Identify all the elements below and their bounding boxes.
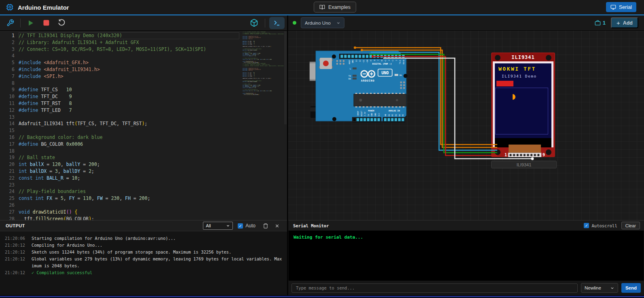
top-bar: Arduino Emulator Examples Serial xyxy=(0,0,644,15)
code-line[interactable]: tft.fillScreen(BG_COLOR); xyxy=(243,94,284,95)
code-line[interactable]: // TFT ILI9341 Display Demo (240x320) xyxy=(19,32,239,39)
code-line[interactable]: // Connect: CS=10, DC/RS=9, RST=8, LED=7… xyxy=(243,34,284,35)
code-line[interactable]: // Connect: CS=10, DC/RS=9, RST=8, LED=7… xyxy=(243,65,284,67)
add-part-button[interactable]: + Add xyxy=(611,17,638,28)
clear-output-trash-button[interactable] xyxy=(261,221,270,230)
clear-label: Clear xyxy=(625,223,636,228)
line-ending-select[interactable]: Newline xyxy=(581,283,618,293)
serial-message-input[interactable] xyxy=(291,283,578,293)
restart-button[interactable] xyxy=(55,17,68,29)
code-line[interactable]: void drawStaticUI() { xyxy=(19,209,239,216)
line-number: 19 xyxy=(0,154,15,161)
log-entry: 21:20:06Starting compilation for Arduino… xyxy=(0,235,287,242)
examples-button[interactable]: Examples xyxy=(314,2,356,13)
stop-button[interactable] xyxy=(39,17,53,29)
terminal-toggle-button[interactable] xyxy=(269,17,285,29)
code-line[interactable]: #define TFT_CS 10 xyxy=(19,86,239,93)
serial-monitor-header: Serial Monitor ✓ Autoscroll Clear xyxy=(288,220,644,231)
code-line[interactable] xyxy=(19,80,239,87)
part-tooltip-label: ILI9341 xyxy=(517,162,532,167)
serial-monitor: Serial Monitor ✓ Autoscroll Clear Waitin… xyxy=(288,220,644,295)
code-line[interactable]: #define BG_COLOR 0x0006 xyxy=(19,141,239,148)
autoscroll-checkbox[interactable]: ✓ xyxy=(584,223,589,228)
code-line[interactable]: #define TFT_DC 9 xyxy=(19,93,239,100)
code-line[interactable]: const int BALL_R = 10; xyxy=(19,175,239,182)
app-logo-chip-icon xyxy=(6,3,14,11)
circuit-canvas[interactable]: AREFGND1312~11~10~987~6~54~32TX→1RX←0 DI… xyxy=(288,31,644,220)
close-output-button[interactable] xyxy=(272,221,281,230)
code-line[interactable]: Adafruit_ILI9341 tft(TFT_CS, TFT_DC, TFT… xyxy=(19,120,239,127)
code-line[interactable] xyxy=(19,148,239,155)
code-line[interactable]: // Connect: CS=10, DC/RS=9, RST=8, LED=7… xyxy=(19,46,239,53)
wire[interactable] xyxy=(355,48,497,145)
code-line[interactable] xyxy=(19,202,239,209)
parts-count: 1 xyxy=(603,20,606,26)
wire[interactable] xyxy=(371,52,497,151)
code-line[interactable]: // Background color: dark blue xyxy=(19,134,239,141)
wire[interactable] xyxy=(369,55,497,153)
line-number: 25 xyxy=(0,195,15,202)
simulation-toolbar: Arduino Uno 1 + Add xyxy=(288,15,644,31)
serial-monitor-title: Serial Monitor xyxy=(293,223,329,228)
send-button[interactable]: Send xyxy=(621,283,641,293)
wire[interactable] xyxy=(383,58,532,159)
code-line[interactable] xyxy=(19,52,239,59)
bottom-accent-line xyxy=(0,295,644,298)
chevron-down-icon xyxy=(226,224,230,228)
code-line[interactable]: // Library: Adafruit ILI9341 + Adafruit … xyxy=(19,39,239,46)
line-number: 11 xyxy=(0,100,15,107)
line-number: 14 xyxy=(0,120,15,127)
code-line[interactable] xyxy=(19,114,239,121)
code-line[interactable] xyxy=(19,127,239,134)
line-number: 17 xyxy=(0,141,15,148)
code-line[interactable]: #include <SPI.h> xyxy=(19,73,239,80)
settings-wrench-button[interactable] xyxy=(3,17,17,29)
line-number: 2 xyxy=(0,39,15,46)
wire[interactable] xyxy=(362,50,497,147)
auto-checkbox[interactable]: ✓ xyxy=(238,223,243,229)
board-select[interactable]: Arduino Uno xyxy=(301,17,344,28)
output-log: 21:20:06Starting compilation for Arduino… xyxy=(0,232,287,295)
run-button[interactable] xyxy=(24,17,38,29)
line-number: 22 xyxy=(0,175,15,182)
parts-count-indicator: 1 xyxy=(595,20,606,26)
code-line[interactable]: #include <Adafruit_GFX.h> xyxy=(19,59,239,66)
line-number: 21 xyxy=(0,168,15,175)
output-filter-select[interactable]: All xyxy=(203,222,233,230)
clear-serial-button[interactable]: Clear xyxy=(621,222,640,229)
line-number: 27 xyxy=(0,209,15,216)
gutter: 1234567891011121314151617181920212223242… xyxy=(0,32,15,220)
code-line[interactable]: #define TFT_RST 8 xyxy=(19,100,239,107)
code-line[interactable]: // Ball state xyxy=(19,154,239,161)
code-line[interactable]: int ballDX = 3, ballDY = 2; xyxy=(19,168,239,175)
view-3d-button[interactable] xyxy=(247,17,261,29)
toolbar-separator xyxy=(265,19,265,27)
code-line[interactable]: #define TFT_LED 7 xyxy=(19,107,239,114)
code-panel: 1234567891011121314151617181920212223242… xyxy=(0,15,287,295)
log-entry: 21:20:12Sketch uses 11244 bytes (34%) of… xyxy=(0,249,287,256)
code-line[interactable] xyxy=(19,182,239,189)
code-line[interactable]: int ballX = 120, ballY = 200; xyxy=(19,161,239,168)
line-number: 28 xyxy=(0,216,15,220)
output-filter-value: All xyxy=(206,223,226,228)
code-line[interactable]: const int FX = 5, FY = 110, FW = 230, FH… xyxy=(19,195,239,202)
line-number: 23 xyxy=(0,182,15,189)
code-lines[interactable]: // TFT ILI9341 Display Demo (240x320)// … xyxy=(19,32,239,220)
serial-button[interactable]: Serial xyxy=(606,2,636,12)
code-line[interactable]: #include <Adafruit_ILI9341.h> xyxy=(19,66,239,73)
code-editor[interactable]: 1234567891011121314151617181920212223242… xyxy=(0,31,287,220)
code-line[interactable]: // Play-field boundaries xyxy=(19,188,239,195)
serial-waiting-text: Waiting for serial data... xyxy=(289,231,644,240)
line-number: 16 xyxy=(0,134,15,141)
line-number: 9 xyxy=(0,86,15,93)
add-label: Add xyxy=(623,20,633,26)
line-number: 15 xyxy=(0,127,15,134)
wire[interactable] xyxy=(373,57,497,155)
code-line[interactable]: tft.fillScreen(BG_COLOR); xyxy=(19,216,239,220)
board-select-value: Arduino Uno xyxy=(305,21,334,25)
editor-scrollbar[interactable] xyxy=(284,31,287,124)
minimap[interactable]: // TFT ILI9341 Display Demo (240x320)// … xyxy=(243,31,284,217)
app-title: Arduino Emulator xyxy=(18,4,69,11)
toolbar-separator xyxy=(20,19,21,27)
parts-box-icon xyxy=(595,20,601,26)
